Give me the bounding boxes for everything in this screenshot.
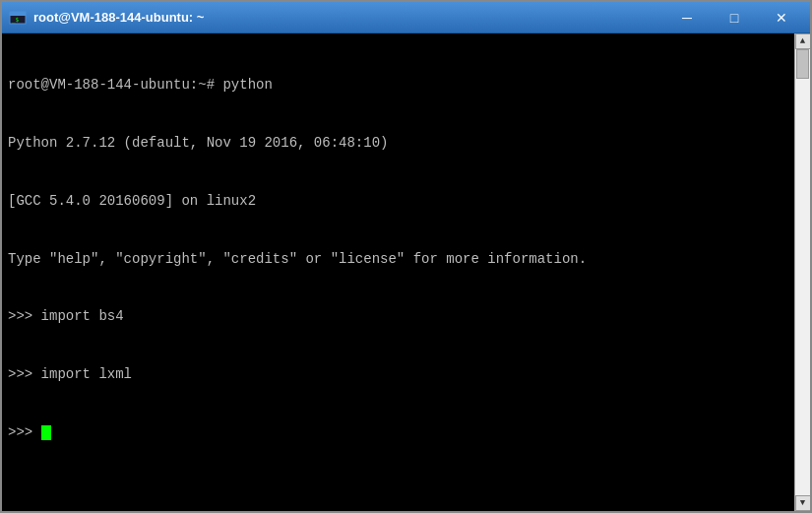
- window-controls: ─ □ ✕: [664, 5, 804, 31]
- minimize-button[interactable]: ─: [664, 5, 710, 31]
- svg-text:_$: _$: [12, 16, 20, 24]
- terminal-cursor: [41, 425, 51, 440]
- terminal-line-2: Python 2.7.12 (default, Nov 19 2016, 06:…: [8, 134, 788, 154]
- terminal-line-5: >>> import bs4: [8, 307, 788, 327]
- window-icon: _$: [8, 8, 28, 28]
- scrollbar-track: [795, 49, 810, 495]
- maximize-button[interactable]: □: [712, 5, 757, 31]
- terminal-line-1: root@VM-188-144-ubuntu:~# python: [8, 76, 788, 96]
- scroll-up-button[interactable]: ▲: [795, 33, 811, 49]
- scroll-down-button[interactable]: ▼: [795, 495, 811, 511]
- terminal-output[interactable]: root@VM-188-144-ubuntu:~# python Python …: [2, 33, 794, 511]
- titlebar: _$ root@VM-188-144-ubuntu: ~ ─ □ ✕: [2, 2, 810, 33]
- terminal-line-6: >>> import lxml: [8, 365, 788, 385]
- scrollbar-thumb[interactable]: [796, 49, 809, 79]
- terminal-wrapper: root@VM-188-144-ubuntu:~# python Python …: [2, 33, 810, 511]
- terminal-line-3: [GCC 5.4.0 20160609] on linux2: [8, 192, 788, 212]
- scrollbar: ▲ ▼: [794, 33, 810, 511]
- terminal-line-7: >>>: [8, 423, 788, 443]
- prompt-text: >>>: [8, 424, 41, 440]
- terminal-line-4: Type "help", "copyright", "credits" or "…: [8, 250, 788, 270]
- window-title: root@VM-188-144-ubuntu: ~: [33, 10, 664, 25]
- terminal-window: _$ root@VM-188-144-ubuntu: ~ ─ □ ✕ root@…: [0, 0, 812, 513]
- close-button[interactable]: ✕: [759, 5, 804, 31]
